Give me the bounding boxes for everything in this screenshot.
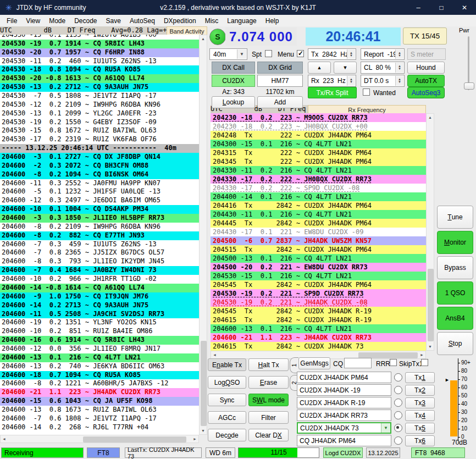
maximize-icon[interactable]: [430, 0, 453, 15]
menu-decode[interactable]: Decode: [70, 17, 101, 25]
tx-6-button[interactable]: Tx 6: [405, 435, 435, 446]
decode-row[interactable]: 204600 -3 0.3 1850 ~ JL1IEO HL5BPF RR73: [0, 214, 199, 223]
tx-interval-button[interactable]: TX 15/45: [403, 27, 447, 45]
decode-row[interactable]: 204248 Tx 222 ~ CU2DX JH4ADK PM64: [211, 131, 426, 140]
decode-button[interactable]: Decode: [208, 429, 246, 441]
tx-message-field[interactable]: [297, 384, 391, 396]
tx-message-input[interactable]: [298, 423, 390, 433]
tx-5-button[interactable]: Tx 5: [405, 423, 435, 434]
menu-checkbox[interactable]: [297, 50, 304, 57]
decode-row[interactable]: 204545 Tx 2842 ~ CU2DX JH4ADK R-19: [211, 307, 426, 316]
rx-frequency-vscrollbar[interactable]: [426, 113, 434, 351]
add-button[interactable]: Add: [257, 96, 303, 108]
decode-row[interactable]: 204600 -9 1.0 1750 ~ CQ IT9JQN JM76: [0, 292, 199, 301]
tx-message-input[interactable]: [297, 397, 391, 408]
decode-row[interactable]: 204600 -16 0.6 1914 ~ CQ 5R8IC LH43: [0, 336, 199, 345]
scroll-right-icon[interactable]: [418, 351, 425, 358]
scroll-down-icon[interactable]: [200, 427, 207, 434]
txrx-split-button[interactable]: Tx/Rx Split: [308, 87, 357, 98]
decode-row[interactable]: 204600 -12 0.0 356 ~ JL1IEO F8MRQ JN17: [0, 345, 199, 353]
scroll-left-icon[interactable]: [211, 351, 218, 358]
scroll-left-icon[interactable]: [1, 435, 8, 443]
tab-band-activity[interactable]: Band Activity: [167, 26, 207, 35]
spinner-arrows-icon[interactable]: [395, 76, 403, 86]
spinner-arrows-icon[interactable]: [347, 76, 355, 86]
decode-row[interactable]: 204600 -7 0.8 2365 ~ JJ5IZX BG7DCS OL57: [0, 248, 199, 257]
cq-direction-input[interactable]: [344, 358, 372, 368]
sync-button[interactable]: Sync: [208, 394, 246, 406]
decode-row[interactable]: 204600 -7 0.6 1808 ~ JE1VTZ I1APQ -17: [0, 414, 199, 423]
decode-row[interactable]: 204330 -17 0.2 222 ~ JH0BQX CU2DX RR73: [211, 175, 426, 184]
decode-row[interactable]: 204315 Tx 222 ~ CU2DX JH4ADK PM64: [211, 148, 426, 157]
clear-dx-button[interactable]: Clear DX: [248, 429, 289, 441]
decode-row[interactable]: 204600 -10 0.2 966 ~ JH1RFR TT1GD -02: [0, 275, 199, 284]
tx-2-button[interactable]: Tx 2: [405, 385, 435, 396]
lookup-button[interactable]: Lookup: [212, 96, 255, 108]
decode-row[interactable]: 204600 -10 0.2 851 ~ RU1Z BA4IE OM86: [0, 327, 199, 336]
dial-frequency[interactable]: 7.074 000: [225, 27, 297, 46]
decode-row[interactable]: 204330 -17 0.2 222 ~ SP9D CU2DX -08: [211, 184, 426, 192]
tx-message-field[interactable]: [297, 397, 391, 408]
menu-language[interactable]: Language: [223, 17, 261, 25]
tx-offset-spinner[interactable]: Tx 2842 Hz: [308, 48, 356, 60]
scrollbar-thumb[interactable]: [83, 436, 186, 443]
decode-row[interactable]: 204600 -13 0.1 216 ~ CQ 4L7T LN21: [211, 324, 426, 333]
band-activity-hscrollbar[interactable]: [0, 435, 199, 443]
decode-row[interactable]: 204530 -20 -0.8 1613 ~ CQ A61QQ LL74: [0, 74, 199, 83]
menu-mode[interactable]: Mode: [45, 17, 70, 25]
halt-tx-button[interactable]: Halt Tx: [248, 358, 289, 371]
rx-offset-spinner[interactable]: Rx 223 Hz: [308, 75, 356, 87]
dropdown-arrow-icon[interactable]: [381, 423, 390, 433]
skiptx1-checkbox[interactable]: [421, 359, 428, 366]
tx-select-radio[interactable]: [394, 411, 402, 419]
dt-spinner[interactable]: DT 0.0 s: [361, 75, 405, 87]
tx-select-radio[interactable]: [394, 373, 402, 381]
decode-row[interactable]: 204600 -12 0.3 2497 ~ JE6DOI BA6IM OM65: [0, 196, 199, 205]
decode-row[interactable]: 204230 -18 0.2 223 ~ JH0BQX CU2DX +00: [211, 122, 426, 131]
decode-row[interactable]: 204600 -11 0.5 2508 ~ JA9CHI SV2DSJ RR73: [0, 310, 199, 319]
decode-row[interactable]: 204530 -15 0.1 1133 ~ IW2OTO A61BS +00: [0, 35, 199, 40]
bypass-button[interactable]: Bypass: [437, 256, 473, 279]
cl-spinner[interactable]: CL 80 %: [361, 62, 405, 74]
spot-status-badge[interactable]: S: [209, 29, 226, 45]
tab-rx-frequency[interactable]: Rx Frequency: [308, 105, 426, 114]
decode-row[interactable]: 204530 -12 0.2 2109 ~ IW9HPG R6DBA KN96: [0, 101, 199, 109]
decode-row[interactable]: 204345 Tx 222 ~ CU2DX JH4ADK PM64: [211, 157, 426, 166]
decode-row[interactable]: 204530 -19 0.2 221 ~ JH4ADK CU2DX -08: [211, 298, 426, 307]
scrollbar-thumb[interactable]: [201, 341, 207, 426]
decode-row[interactable]: 204530 -13 0.2 2712 ~ CQ 9A3AUH JN75: [0, 83, 199, 92]
autoseq-button[interactable]: AutoSeq3: [407, 87, 445, 98]
decode-row[interactable]: 204530 -20 0.7 1957 ~ CQ F6HRP IN88: [0, 48, 199, 57]
scroll-up-icon[interactable]: [427, 114, 434, 121]
decode-row[interactable]: 204530 -18 0.8 1094 ~ CQ RU5A KO85: [0, 65, 199, 74]
decode-row[interactable]: 204600 -14 -0.8 1614 ~ CQ A61QQ LL74: [0, 284, 199, 292]
decode-row[interactable]: 204600 -14 0.2 2713 ~ CQ 9A3AUH JN75: [0, 301, 199, 310]
minimize-icon[interactable]: [407, 0, 430, 15]
freq-down-button[interactable]: ▼: [334, 62, 357, 74]
decode-row[interactable]: 204400 -14 0.1 216 ~ CQ 4L7T LN21: [211, 192, 426, 201]
rrr-checkbox[interactable]: [390, 359, 397, 366]
decode-row[interactable]: 204600 -14 0.2 268 ~ RJ6L T77RN +04: [0, 423, 199, 432]
spinner-arrows-icon[interactable]: [347, 49, 355, 59]
decode-row[interactable]: 204530 -7 0.5 1808 ~ JE1VTZ I1APQ -17: [0, 92, 199, 101]
genmsgs-button[interactable]: GenMsgs: [298, 357, 330, 369]
menu-save[interactable]: Save: [102, 17, 125, 25]
autotx-button[interactable]: AutoTX: [407, 75, 445, 87]
log-qso-button[interactable]: Log QSO: [208, 376, 246, 389]
tx-message-input[interactable]: [297, 385, 391, 395]
scroll-up-icon[interactable]: [200, 35, 207, 42]
band-activity-table[interactable]: 204530 -15 0.1 1133 ~ IW2OTO A61BS +0020…: [0, 35, 199, 435]
decode-row[interactable]: 204230 -18 0.2 223 ~ M9OOS CU2DX RR73: [211, 113, 426, 122]
tx-4-button[interactable]: Tx 4: [405, 410, 435, 421]
scroll-right-icon[interactable]: [191, 435, 198, 443]
decode-row[interactable]: 204500 -6 0.7 2837 ~ JH4ADK UW5ZM KN57: [211, 236, 426, 245]
decode-row[interactable]: 204615 Tx 2842 ~ CU2DX JH4ADK R-19: [211, 316, 426, 324]
decode-row[interactable]: 204600 -11 0.3 2552 ~ JA0FMU HA9PP KN07: [0, 179, 199, 188]
decode-row[interactable]: 204530 -13 0.1 2099 ~ YL2GC JA0EFR -23: [0, 109, 199, 118]
tx-1-button[interactable]: Tx 1: [405, 372, 435, 383]
menu-help[interactable]: Help: [261, 17, 284, 25]
spinner-arrows-icon[interactable]: [395, 49, 403, 59]
menu-file[interactable]: File: [2, 17, 21, 25]
scrollbar-thumb[interactable]: [428, 269, 434, 341]
tx-message-input[interactable]: [297, 410, 391, 421]
